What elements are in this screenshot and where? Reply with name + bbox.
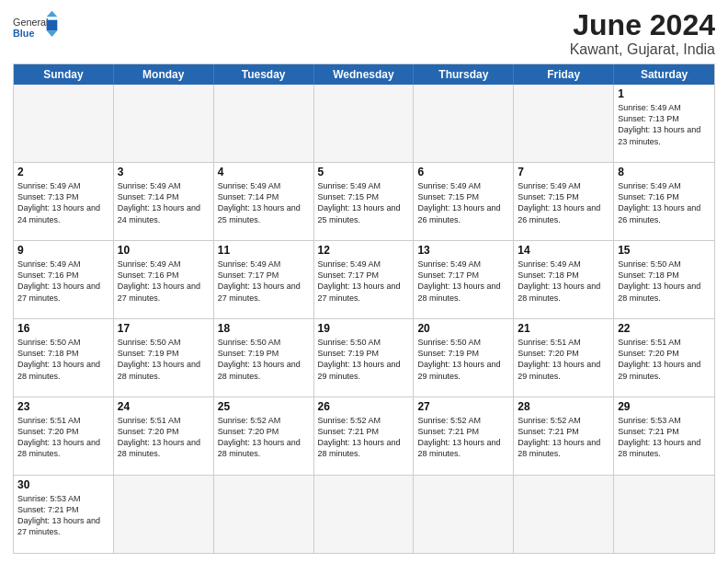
calendar-row-2: 9Sunrise: 5:49 AM Sunset: 7:16 PM Daylig… [14,240,714,318]
calendar-cell: 18Sunrise: 5:50 AM Sunset: 7:19 PM Dayli… [214,319,314,396]
day-info: Sunrise: 5:52 AM Sunset: 7:21 PM Dayligh… [417,415,509,460]
title-block: June 2024 Kawant, Gujarat, India [570,9,715,58]
calendar-row-1: 2Sunrise: 5:49 AM Sunset: 7:13 PM Daylig… [14,162,714,240]
calendar-cell: 5Sunrise: 5:49 AM Sunset: 7:15 PM Daylig… [314,163,415,240]
day-number: 24 [118,400,210,413]
month-title: June 2024 [570,9,715,41]
calendar-cell [114,476,214,553]
page: General Blue June 2024 Kawant, Gujarat, … [0,0,728,563]
weekday-header-thursday: Thursday [414,64,514,85]
logo: General Blue [13,9,59,46]
day-info: Sunrise: 5:49 AM Sunset: 7:16 PM Dayligh… [618,180,711,225]
svg-text:Blue: Blue [13,28,34,39]
day-number: 11 [218,244,310,257]
day-info: Sunrise: 5:49 AM Sunset: 7:18 PM Dayligh… [518,259,609,304]
day-number: 4 [218,166,310,178]
day-info: Sunrise: 5:49 AM Sunset: 7:17 PM Dayligh… [218,259,310,304]
calendar-body: 1Sunrise: 5:49 AM Sunset: 7:13 PM Daylig… [14,85,714,553]
day-number: 2 [17,166,109,178]
day-info: Sunrise: 5:52 AM Sunset: 7:20 PM Dayligh… [218,415,310,460]
calendar-header: SundayMondayTuesdayWednesdayThursdayFrid… [14,64,714,85]
day-number: 15 [618,244,711,257]
day-info: Sunrise: 5:49 AM Sunset: 7:13 PM Dayligh… [17,180,109,225]
calendar-cell [414,85,514,162]
day-number: 16 [17,322,109,335]
calendar-cell [314,85,415,162]
calendar: SundayMondayTuesdayWednesdayThursdayFrid… [13,63,715,554]
day-info: Sunrise: 5:49 AM Sunset: 7:17 PM Dayligh… [318,259,410,304]
calendar-row-4: 23Sunrise: 5:51 AM Sunset: 7:20 PM Dayli… [14,396,714,475]
calendar-cell: 16Sunrise: 5:50 AM Sunset: 7:18 PM Dayli… [14,319,114,396]
day-info: Sunrise: 5:52 AM Sunset: 7:21 PM Dayligh… [318,415,410,460]
calendar-cell: 10Sunrise: 5:49 AM Sunset: 7:16 PM Dayli… [114,241,214,318]
day-info: Sunrise: 5:49 AM Sunset: 7:15 PM Dayligh… [417,180,509,225]
calendar-cell: 11Sunrise: 5:49 AM Sunset: 7:17 PM Dayli… [214,241,314,318]
calendar-cell [414,476,514,553]
day-number: 23 [17,400,109,413]
calendar-cell [514,85,614,162]
day-number: 22 [618,322,711,335]
day-number: 20 [417,322,509,335]
calendar-cell: 1Sunrise: 5:49 AM Sunset: 7:13 PM Daylig… [614,85,714,162]
calendar-cell: 27Sunrise: 5:52 AM Sunset: 7:21 PM Dayli… [414,397,514,475]
day-info: Sunrise: 5:51 AM Sunset: 7:20 PM Dayligh… [118,415,210,460]
svg-text:General: General [13,17,49,28]
calendar-cell: 2Sunrise: 5:49 AM Sunset: 7:13 PM Daylig… [14,163,114,240]
day-number: 25 [218,400,310,413]
day-info: Sunrise: 5:49 AM Sunset: 7:15 PM Dayligh… [318,180,410,225]
calendar-cell [214,85,314,162]
day-info: Sunrise: 5:49 AM Sunset: 7:14 PM Dayligh… [218,180,310,225]
day-info: Sunrise: 5:52 AM Sunset: 7:21 PM Dayligh… [518,415,609,460]
weekday-header-sunday: Sunday [14,64,114,85]
day-info: Sunrise: 5:49 AM Sunset: 7:16 PM Dayligh… [17,259,109,304]
day-number: 27 [417,400,509,413]
svg-marker-4 [47,30,58,37]
calendar-cell: 19Sunrise: 5:50 AM Sunset: 7:19 PM Dayli… [314,319,415,396]
day-number: 30 [17,478,109,491]
calendar-cell: 22Sunrise: 5:51 AM Sunset: 7:20 PM Dayli… [614,319,714,396]
day-info: Sunrise: 5:50 AM Sunset: 7:19 PM Dayligh… [318,337,410,382]
day-info: Sunrise: 5:53 AM Sunset: 7:21 PM Dayligh… [17,493,109,538]
day-number: 14 [518,244,609,257]
day-number: 10 [118,244,210,257]
day-info: Sunrise: 5:50 AM Sunset: 7:19 PM Dayligh… [118,337,210,382]
calendar-cell [14,85,114,162]
day-info: Sunrise: 5:49 AM Sunset: 7:14 PM Dayligh… [118,180,210,225]
day-number: 19 [318,322,410,335]
weekday-header-saturday: Saturday [614,64,714,85]
day-info: Sunrise: 5:50 AM Sunset: 7:19 PM Dayligh… [218,337,310,382]
day-info: Sunrise: 5:51 AM Sunset: 7:20 PM Dayligh… [618,337,711,382]
calendar-cell [214,476,314,553]
day-info: Sunrise: 5:49 AM Sunset: 7:17 PM Dayligh… [417,259,509,304]
calendar-cell: 6Sunrise: 5:49 AM Sunset: 7:15 PM Daylig… [414,163,514,240]
calendar-cell: 4Sunrise: 5:49 AM Sunset: 7:14 PM Daylig… [214,163,314,240]
day-number: 21 [518,322,609,335]
day-info: Sunrise: 5:49 AM Sunset: 7:16 PM Dayligh… [118,259,210,304]
calendar-cell: 25Sunrise: 5:52 AM Sunset: 7:20 PM Dayli… [214,397,314,475]
day-number: 13 [417,244,509,257]
header: General Blue June 2024 Kawant, Gujarat, … [13,9,715,58]
day-info: Sunrise: 5:50 AM Sunset: 7:19 PM Dayligh… [417,337,509,382]
day-number: 7 [518,166,609,178]
day-number: 18 [218,322,310,335]
calendar-cell [614,476,714,553]
weekday-header-wednesday: Wednesday [314,64,415,85]
day-number: 5 [318,166,410,178]
day-info: Sunrise: 5:53 AM Sunset: 7:21 PM Dayligh… [618,415,711,460]
day-number: 6 [417,166,509,178]
calendar-cell: 14Sunrise: 5:49 AM Sunset: 7:18 PM Dayli… [514,241,614,318]
calendar-cell: 7Sunrise: 5:49 AM Sunset: 7:15 PM Daylig… [514,163,614,240]
day-info: Sunrise: 5:50 AM Sunset: 7:18 PM Dayligh… [17,337,109,382]
logo-icon: General Blue [13,9,59,46]
day-info: Sunrise: 5:50 AM Sunset: 7:18 PM Dayligh… [618,259,711,304]
calendar-cell: 23Sunrise: 5:51 AM Sunset: 7:20 PM Dayli… [14,397,114,475]
calendar-cell: 26Sunrise: 5:52 AM Sunset: 7:21 PM Dayli… [314,397,415,475]
day-number: 12 [318,244,410,257]
svg-marker-2 [47,11,58,17]
weekday-header-tuesday: Tuesday [214,64,314,85]
calendar-cell: 17Sunrise: 5:50 AM Sunset: 7:19 PM Dayli… [114,319,214,396]
day-number: 26 [318,400,410,413]
calendar-cell: 20Sunrise: 5:50 AM Sunset: 7:19 PM Dayli… [414,319,514,396]
calendar-cell [314,476,415,553]
calendar-cell: 9Sunrise: 5:49 AM Sunset: 7:16 PM Daylig… [14,241,114,318]
